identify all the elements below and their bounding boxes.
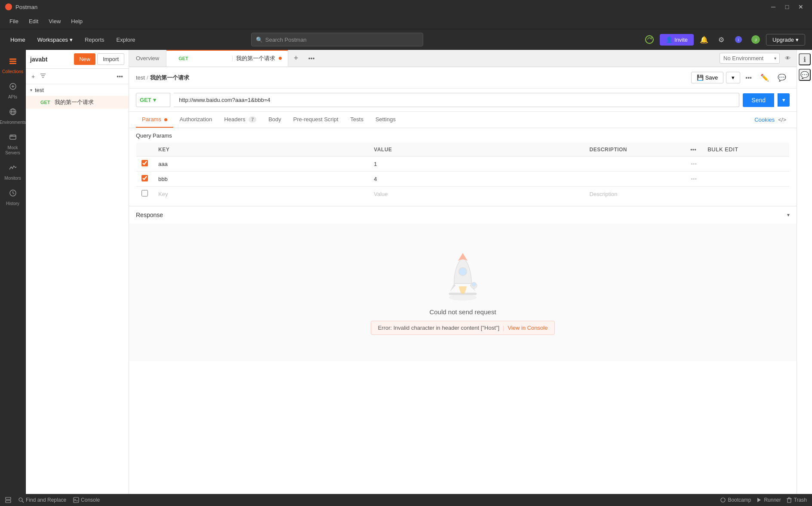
settings-button[interactable]: ⚙ — [714, 33, 728, 46]
tab-name: 我的第一个请求 — [236, 55, 275, 62]
add-collection-button[interactable]: + — [30, 72, 36, 81]
sidebar-item-monitors[interactable]: Monitors — [2, 160, 24, 184]
tab-more-button[interactable]: ••• — [304, 50, 319, 67]
sidebar-header-actions: New Import — [74, 53, 124, 65]
param-value-0[interactable]: 1 — [369, 156, 584, 172]
tab-overview[interactable]: Overview — [129, 50, 166, 67]
cookies-link[interactable]: Cookies — [754, 112, 775, 127]
sidebar-item-apis[interactable]: APIs — [2, 79, 24, 103]
svg-point-31 — [721, 498, 725, 502]
param-checkbox-0[interactable] — [136, 156, 154, 172]
bottom-bar-right: Bootcamp Runner Trash — [720, 497, 807, 503]
save-dropdown-button[interactable]: ▾ — [726, 72, 740, 83]
method-selector[interactable]: GET ▾ — [136, 93, 170, 107]
nav-explore[interactable]: Explore — [113, 35, 139, 45]
invite-button[interactable]: 👤 Invite — [660, 34, 694, 46]
send-button[interactable]: Send — [743, 93, 774, 107]
param-more-0[interactable]: ••• — [685, 156, 702, 172]
request-item[interactable]: GET 我的第一个请求 — [26, 96, 129, 109]
sync-icon[interactable] — [643, 33, 656, 46]
param-checkbox-empty[interactable] — [136, 187, 154, 202]
nav-workspaces[interactable]: Workspaces ▾ — [34, 35, 76, 45]
notification-icon-button[interactable]: i — [732, 33, 745, 46]
find-replace-button[interactable]: Find and Replace — [18, 497, 66, 503]
nav-home[interactable]: Home — [7, 35, 29, 45]
view-in-console-link[interactable]: View in Console — [508, 325, 547, 331]
bottom-layout-button[interactable] — [5, 497, 11, 503]
sidebar-item-environments[interactable]: Environments — [2, 104, 24, 129]
tab-settings[interactable]: Settings — [369, 112, 402, 128]
param-key-1[interactable]: bbb — [153, 172, 369, 187]
active-tab[interactable]: GET 我的第一个请求 — [166, 50, 288, 67]
tab-pre-request-script[interactable]: Pre-request Script — [287, 112, 344, 128]
avatar-button[interactable]: J — [749, 33, 763, 46]
menu-file[interactable]: File — [5, 16, 23, 26]
param-desc-1[interactable] — [584, 172, 686, 187]
tab-headers[interactable]: Headers 7 — [218, 112, 262, 128]
save-button[interactable]: 💾 Save — [691, 72, 724, 83]
sidebar-item-collections[interactable]: Collections — [2, 53, 24, 78]
runner-button[interactable]: Runner — [756, 497, 781, 503]
tab-authorization[interactable]: Authorization — [173, 112, 218, 128]
minimize-button[interactable]: ─ — [767, 1, 779, 13]
tab-tests[interactable]: Tests — [344, 112, 369, 128]
param-desc-placeholder[interactable]: Description — [584, 187, 686, 202]
svg-point-0 — [646, 36, 653, 43]
param-value-1[interactable]: 4 — [369, 172, 584, 187]
tab-body[interactable]: Body — [262, 112, 287, 128]
nav-reports[interactable]: Reports — [81, 35, 108, 45]
notification-bell-button[interactable]: 🔔 — [697, 33, 711, 46]
url-input[interactable] — [174, 93, 739, 107]
tab-params[interactable]: Params — [136, 112, 173, 128]
right-sidebar-info-button[interactable]: ℹ — [799, 53, 811, 65]
response-header[interactable]: Response ▾ — [129, 206, 797, 224]
bootcamp-button[interactable]: Bootcamp — [720, 497, 751, 503]
collection-test[interactable]: ▾ test — [26, 84, 129, 96]
upgrade-button[interactable]: Upgrade ▾ — [766, 34, 805, 46]
request-tabs: Params Authorization Headers 7 Body Pre-… — [129, 112, 797, 128]
sidebar-toolbar: + ••• — [26, 69, 129, 84]
breadcrumb: test / 我的第一个请求 — [136, 74, 189, 82]
sidebar-panel: javabt New Import + ••• ▾ test GET 我的第一个… — [26, 50, 129, 494]
menu-edit[interactable]: Edit — [25, 16, 43, 26]
import-button[interactable]: Import — [97, 53, 124, 65]
param-key-placeholder[interactable]: Key — [153, 187, 369, 202]
menu-help[interactable]: Help — [67, 16, 87, 26]
environment-selector[interactable]: No Environment — [720, 53, 780, 64]
param-value-placeholder[interactable]: Value — [369, 187, 584, 202]
response-empty-message: Could not send request — [429, 308, 496, 316]
tab-add-button[interactable]: + — [288, 50, 304, 67]
request-more-button[interactable]: ••• — [743, 72, 754, 83]
filter-button[interactable] — [39, 71, 47, 81]
close-button[interactable]: ✕ — [795, 1, 807, 13]
svg-point-22 — [459, 268, 467, 276]
col-bulk-edit[interactable]: Bulk Edit — [702, 143, 789, 156]
sidebar-more-button[interactable]: ••• — [115, 72, 124, 81]
main-layout: Collections APIs Environments Mock Serve… — [0, 50, 812, 494]
comment-panel-button[interactable]: 💬 — [774, 71, 790, 84]
new-button[interactable]: New — [74, 53, 95, 65]
workspace-name: javabt — [30, 56, 71, 63]
console-button[interactable]: Console — [73, 497, 100, 503]
param-checkbox-1[interactable] — [136, 172, 154, 187]
search-bar[interactable]: 🔍 Search Postman — [251, 33, 423, 46]
param-desc-0[interactable] — [584, 156, 686, 172]
edit-panel-button[interactable]: ✏️ — [757, 71, 772, 84]
menu-view[interactable]: View — [44, 16, 65, 26]
sidebar-item-history[interactable]: History — [2, 185, 24, 210]
svg-point-20 — [449, 294, 477, 301]
code-snippet-button[interactable]: </> — [775, 112, 790, 127]
param-more-1[interactable]: ••• — [685, 172, 702, 187]
param-key-0[interactable]: aaa — [153, 156, 369, 172]
apis-label: APIs — [8, 95, 17, 100]
env-eye-button[interactable]: 👁 — [783, 53, 792, 63]
sidebar-item-mock-servers[interactable]: Mock Servers — [2, 129, 24, 159]
right-sidebar-comment-button[interactable]: 💬 — [799, 69, 811, 81]
url-row: GET ▾ Send ▾ — [129, 89, 797, 112]
param-extra-0 — [702, 156, 789, 172]
method-chevron-icon: ▾ — [153, 97, 156, 103]
trash-button[interactable]: Trash — [786, 497, 807, 503]
breadcrumb-separator: / — [147, 74, 148, 81]
send-dropdown-button[interactable]: ▾ — [778, 93, 790, 107]
maximize-button[interactable]: □ — [781, 1, 793, 13]
